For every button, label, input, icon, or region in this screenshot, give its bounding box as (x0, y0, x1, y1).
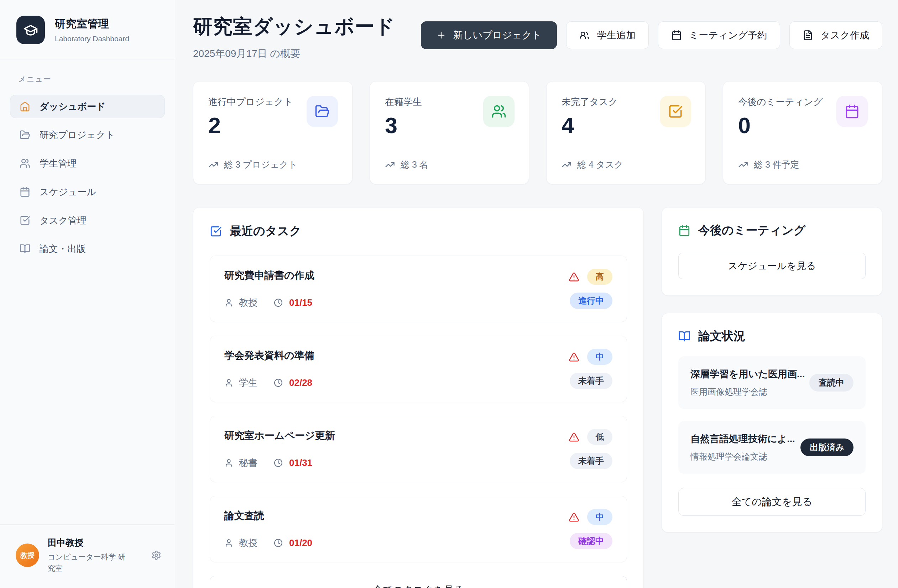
folder-open-icon (20, 130, 30, 140)
view-all-tasks-button[interactable]: 全てのタスクを見る (210, 576, 627, 588)
clock-icon (274, 378, 283, 387)
home-icon (20, 101, 30, 112)
calendar-icon (20, 187, 30, 197)
stat-footer: 総 3 名 (385, 159, 514, 170)
task-due-date: 01/31 (289, 458, 312, 468)
view-all-papers-button[interactable]: 全ての論文を見る (678, 488, 866, 516)
sidebar-item-label: 論文・出版 (40, 243, 86, 255)
stat-card-tasks: 未完了タスク 4 総 4 タスク (546, 81, 706, 184)
trending-up-icon (208, 160, 218, 170)
status-badge: 確認中 (570, 533, 612, 549)
user-icon (224, 298, 233, 307)
task-due-date: 01/15 (289, 297, 312, 308)
users-icon (483, 96, 515, 127)
priority-badge: 中 (587, 509, 612, 525)
folder-open-icon (307, 96, 338, 127)
avatar: 教授 (16, 543, 39, 567)
users-icon (20, 158, 30, 169)
trending-up-icon (561, 160, 572, 170)
calendar-icon (671, 30, 682, 41)
sidebar-item-projects[interactable]: 研究プロジェクト (10, 123, 165, 147)
sidebar-item-students[interactable]: 学生管理 (10, 152, 165, 175)
upcoming-meetings-card: 今後のミーティング スケジュールを見る (661, 207, 882, 296)
sidebar: 研究室管理 Laboratory Dashboard メニュー ダッシュボード … (0, 0, 175, 588)
page-subtitle: 2025年09月17日 の概要 (193, 47, 395, 60)
section-title-meetings: 今後のミーティング (698, 223, 806, 238)
new-project-button[interactable]: 新しいプロジェクト (421, 21, 557, 49)
book-meeting-button[interactable]: ミーティング予約 (658, 21, 780, 49)
graduation-cap-icon (16, 16, 45, 44)
user-affiliation: コンピューター科学 研究室 (48, 551, 128, 574)
section-title-papers: 論文状況 (698, 328, 745, 344)
sidebar-item-label: タスク管理 (40, 214, 86, 227)
sidebar-item-label: 学生管理 (40, 157, 77, 170)
sidebar-item-label: スケジュール (40, 186, 96, 198)
task-due-date: 01/20 (289, 537, 312, 548)
check-square-icon (660, 96, 691, 127)
priority-badge: 低 (587, 429, 612, 445)
header-actions: 新しいプロジェクト 学生追加 ミーティング予約 タスク作成 (421, 21, 882, 49)
stat-footer: 総 3 件予定 (738, 159, 867, 170)
task-assignee: 秘書 (239, 457, 257, 469)
task-assignee: 教授 (239, 296, 257, 309)
task-row[interactable]: 研究費申請書の作成 教授 01/15 高 (210, 256, 627, 322)
alert-triangle-icon (569, 272, 579, 282)
stat-card-projects: 進行中プロジェクト 2 総 3 プロジェクト (193, 81, 352, 184)
trending-up-icon (738, 160, 748, 170)
calendar-icon (836, 96, 868, 127)
paper-item[interactable]: 自然言語処理技術によ... 情報処理学会論文誌 出版済み (678, 421, 866, 474)
sidebar-item-publications[interactable]: 論文・出版 (10, 237, 165, 261)
sidebar-item-tasks[interactable]: タスク管理 (10, 209, 165, 232)
check-square-icon (20, 215, 30, 226)
stat-card-students: 在籍学生 3 総 3 名 (370, 81, 529, 184)
task-row[interactable]: 学会発表資料の準備 学生 02/28 中 (210, 336, 627, 402)
task-row[interactable]: 論文査読 教授 01/20 中 (210, 496, 627, 562)
user-plus-icon (579, 30, 590, 41)
task-row[interactable]: 研究室ホームページ更新 秘書 01/31 低 (210, 416, 627, 482)
clock-icon (274, 298, 283, 307)
task-assignee: 教授 (239, 537, 257, 549)
create-task-button[interactable]: タスク作成 (789, 21, 882, 49)
stat-footer: 総 4 タスク (561, 159, 690, 170)
alert-triangle-icon (569, 512, 579, 522)
stat-footer: 総 3 プロジェクト (208, 159, 337, 170)
add-student-button[interactable]: 学生追加 (566, 21, 649, 49)
user-profile: 教授 田中教授 コンピューター科学 研究室 (0, 524, 175, 588)
paper-status-badge: 査読中 (809, 374, 853, 391)
sidebar-item-dashboard[interactable]: ダッシュボード (10, 95, 165, 118)
alert-triangle-icon (569, 352, 579, 362)
status-badge: 未着手 (570, 453, 612, 469)
view-schedule-button[interactable]: スケジュールを見る (678, 253, 866, 279)
paper-item[interactable]: 深層学習を用いた医用画... 医用画像処理学会誌 査読中 (678, 356, 866, 409)
user-icon (224, 458, 233, 467)
task-list: 研究費申請書の作成 教授 01/15 高 (210, 256, 627, 562)
user-icon (224, 539, 233, 547)
clock-icon (274, 539, 283, 547)
app-logo-block: 研究室管理 Laboratory Dashboard (0, 0, 175, 60)
page-header: 研究室ダッシュボード 2025年09月17日 の概要 新しいプロジェクト 学生追… (193, 14, 882, 60)
clock-icon (274, 458, 283, 467)
check-square-icon (210, 225, 222, 237)
main-content: 研究室ダッシュボード 2025年09月17日 の概要 新しいプロジェクト 学生追… (175, 0, 898, 588)
book-open-icon (20, 243, 30, 254)
trending-up-icon (385, 160, 395, 170)
page-title: 研究室ダッシュボード (193, 14, 395, 40)
plus-icon (436, 30, 446, 40)
stat-cards: 進行中プロジェクト 2 総 3 プロジェクト 在籍学生 3 (193, 81, 882, 184)
file-text-icon (803, 30, 813, 41)
priority-badge: 中 (587, 349, 612, 365)
stat-card-meetings: 今後のミーティング 0 総 3 件予定 (723, 81, 882, 184)
sidebar-item-schedule[interactable]: スケジュール (10, 180, 165, 204)
menu-section-label: メニュー (18, 74, 165, 84)
book-open-icon (678, 330, 690, 342)
gear-icon[interactable] (151, 550, 161, 560)
section-title-tasks: 最近のタスク (230, 223, 301, 239)
status-badge: 未着手 (570, 373, 612, 389)
user-name: 田中教授 (48, 537, 128, 548)
sidebar-item-label: ダッシュボード (40, 100, 106, 113)
alert-triangle-icon (569, 432, 579, 442)
paper-status-card: 論文状況 深層学習を用いた医用画... 医用画像処理学会誌 査読中 自然言語処理… (661, 313, 882, 533)
calendar-icon (678, 224, 690, 237)
app-title: 研究室管理 (55, 17, 129, 31)
task-assignee: 学生 (239, 376, 257, 389)
